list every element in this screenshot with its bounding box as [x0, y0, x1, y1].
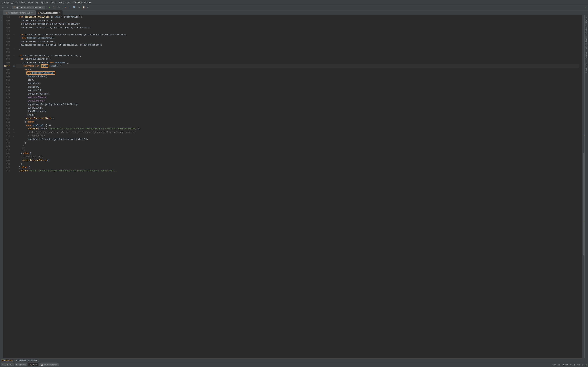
gutter-526: ↙: [12, 134, 16, 138]
code-line-499: containerSet += containerId: [17, 40, 579, 43]
settings-button[interactable]: ⚙: [77, 6, 81, 9]
gutter-533: [12, 159, 16, 162]
search-button[interactable]: 🔍: [73, 6, 77, 9]
todo-tab[interactable]: ☑ 6: TODO: [1, 363, 14, 366]
gutter-528: [12, 141, 16, 145]
line-separator: CRLF: [570, 364, 575, 366]
editor-container: 492 493 494 495 496 497 498 499 500 501 …: [3, 15, 582, 358]
tab-icon-application-master: S: [6, 12, 7, 14]
gutter-509: [12, 75, 16, 78]
gutter-504: [12, 57, 16, 61]
code-line-535: } else {: [17, 166, 579, 169]
breadcrumb-deploy[interactable]: deploy: [58, 1, 64, 4]
title-bar: spark-yarn_2.11-2.1.1-sources.jar › org …: [0, 0, 588, 5]
scroll-thumb[interactable]: [583, 153, 584, 256]
code-line-518: securityMgr,: [17, 106, 579, 110]
hint-method-name: runAllocatedContainers(...): [16, 359, 39, 361]
rerun-button[interactable]: ⟳: [57, 6, 61, 9]
line-num-493: 493: [3, 19, 11, 22]
back-button[interactable]: ←: [1, 6, 5, 9]
code-line-509: Some(container),: [17, 75, 579, 78]
vcs-button[interactable]: 📋: [82, 6, 86, 9]
code-line-498: new HashSet[ContainerId]): [17, 36, 579, 40]
code-line-502: [17, 50, 579, 54]
code-line-526: // occupation.: [17, 134, 579, 138]
java-enterprise-tab[interactable]: ☕ Java Enterprise: [39, 363, 59, 366]
line-num-525: 525: [3, 131, 11, 134]
tab-yarn-allocator[interactable]: S YarnAllocator.scala ✕: [35, 10, 63, 15]
gutter-497: ↙: [12, 33, 16, 36]
tab-label-application-master: ApplicationMaster.scala: [8, 12, 30, 14]
function-hint-bar: YarnAllocator › runAllocatedContainers(.…: [0, 358, 588, 362]
line-num-528: 528: [3, 141, 11, 145]
build-button[interactable]: 🔨: [63, 6, 67, 9]
fold-icon-2[interactable]: −: [0, 19, 3, 22]
toolbar-separator: [11, 6, 11, 9]
gutter-520: [12, 113, 16, 117]
breadcrumb: spark-yarn_2.11-2.1.1-sources.jar › org …: [1, 1, 91, 4]
breadcrumb-yarn[interactable]: yarn: [67, 1, 71, 4]
code-line-516: executorCores,: [17, 99, 579, 103]
sync-button[interactable]: ☁: [68, 6, 72, 9]
gutter-510: [12, 78, 16, 82]
run-button[interactable]: ▶: [48, 6, 52, 9]
maven-tab[interactable]: Maven: [585, 16, 587, 24]
code-line-528: }: [17, 141, 579, 145]
line-num-495: 495: [3, 26, 11, 29]
gutter-495: [12, 26, 16, 29]
gutter-514: [12, 92, 16, 96]
breadcrumb-spark[interactable]: spark: [51, 1, 56, 4]
favorites-tab[interactable]: 2: Favorites: [585, 62, 587, 74]
breadcrumb-apache[interactable]: apache: [41, 1, 48, 4]
code-line-529: }: [17, 145, 579, 148]
bean-validation-tab[interactable]: Bean Validation: [585, 35, 587, 50]
breadcrumb-org[interactable]: org: [35, 1, 38, 4]
tab-application-master[interactable]: S ApplicationMaster.scala ✕: [3, 10, 35, 15]
tab-close-application-master[interactable]: ✕: [31, 12, 33, 14]
z-structure-tab[interactable]: Z-Structure: [585, 50, 587, 62]
code-line-493: numExecutorsRunning += 1: [17, 19, 579, 22]
line-num-516: 516: [3, 99, 11, 103]
code-editor[interactable]: def updateInternalState(): Unit = synchr…: [16, 15, 582, 358]
breadcrumb-file[interactable]: YarnAllocator.scala: [74, 1, 92, 4]
line-num-492: 492: [3, 15, 11, 19]
hint-separator: ›: [14, 359, 15, 361]
event-log-button[interactable]: Event Log: [552, 364, 560, 366]
run-config-icon: ⬡: [14, 6, 15, 8]
gutter-536: [12, 169, 16, 173]
tab-bar: S ApplicationMaster.scala ✕ S YarnAlloca…: [0, 10, 588, 15]
gutter-502: [12, 50, 16, 54]
code-line-515: executorMemory,: [17, 96, 579, 99]
tab-close-yarn-allocator[interactable]: ✕: [59, 12, 61, 14]
stop-button[interactable]: ⬛: [52, 6, 56, 9]
run-config-selector[interactable]: ⬡ SparkKafkaReceiverDStream ▼: [12, 6, 45, 9]
fold-icon-1[interactable]: −: [0, 16, 3, 19]
line-num-500: 500: [3, 43, 11, 47]
line-num-498: 498: [3, 36, 11, 40]
line-num-519: 519: [3, 110, 11, 113]
code-line-504: if (launchContainers) {: [17, 57, 579, 61]
todo-icon: ☑: [2, 364, 4, 366]
line-num-536: 536: [3, 169, 11, 173]
gutter-524: ↙: [12, 127, 16, 131]
line-num-511: 511: [3, 82, 11, 85]
code-line-492: def updateInternalState(): Unit = synchr…: [17, 15, 579, 19]
gutter-519: [12, 110, 16, 113]
line-num-521: 521: [3, 117, 11, 120]
line-num-513: 513: [3, 89, 11, 92]
bottom-tab-bar: ☑ 6: TODO ▶ Terminal 🔨 Build ☕ Java Ente…: [0, 362, 588, 367]
terminal-button[interactable]: □: [86, 6, 90, 9]
line-num-535: 535: [3, 166, 11, 169]
forward-button[interactable]: →: [6, 6, 9, 9]
terminal-tab[interactable]: ▶ Terminal: [15, 363, 27, 366]
code-line-534: }: [17, 162, 579, 166]
line-num-529: 529: [3, 145, 11, 148]
database-tab[interactable]: Database: [585, 25, 587, 35]
scrollbar[interactable]: [582, 15, 585, 358]
scroll-indicator-1: [584, 135, 585, 136]
line-numbers: 492 493 494 495 496 497 498 499 500 501 …: [3, 15, 12, 358]
build-tab[interactable]: 🔨 Build: [28, 363, 38, 366]
line-num-494: 494: [3, 22, 11, 26]
code-line-524: logError( msg = s"Failed to launch execu…: [17, 127, 579, 131]
toolbar: ← → ⬡ SparkKafkaReceiverDStream ▼ ▶ ⬛ ⟳ …: [0, 5, 588, 10]
